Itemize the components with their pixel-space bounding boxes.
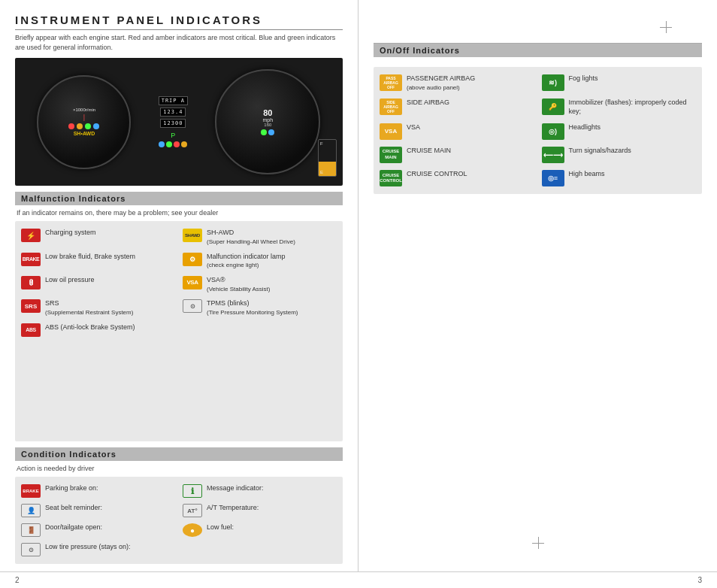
cruise-main-icon: CRUISE MAIN bbox=[380, 147, 402, 163]
cruise-control-icon: CRUISE CONTROL bbox=[380, 170, 402, 186]
message-label: Message indicator: bbox=[207, 484, 264, 493]
onoff-cruise-control: CRUISE CONTROL CRUISE CONTROL bbox=[380, 168, 534, 188]
condition-grid: BRAKE Parking brake on: ℹ Message indica… bbox=[21, 483, 337, 558]
malfunction-panel: ⚡ Charging system SHAWD SH-AWD(Super Han… bbox=[15, 221, 343, 441]
side-airbag-icon: SIDE AIRBAG OFF bbox=[380, 99, 402, 115]
icon4 bbox=[181, 141, 187, 147]
condition-message: ℹ Message indicator: bbox=[183, 483, 337, 499]
red-indicator-dot bbox=[68, 123, 74, 129]
right-bottom-space bbox=[374, 194, 702, 564]
malfunction-grid: ⚡ Charging system SHAWD SH-AWD(Super Han… bbox=[21, 227, 337, 338]
icon3 bbox=[174, 141, 180, 147]
headlights-label: Headlights bbox=[569, 123, 601, 132]
fuel-f: F bbox=[320, 141, 323, 146]
cruise-main-label: CRUISE MAIN bbox=[407, 147, 451, 156]
header-line-right bbox=[374, 43, 702, 44]
condition-seatbelt: 👤 Seat belt reminder: bbox=[21, 502, 175, 519]
charging-label: Charging system bbox=[45, 229, 96, 238]
onoff-header: On/Off Indicators bbox=[374, 44, 702, 57]
condition-subtext: Action is needed by driver bbox=[15, 465, 343, 472]
side-airbag-label: SIDE AIRBAG bbox=[407, 99, 449, 108]
passenger-airbag-icon: PASS AIRBAG OFF bbox=[380, 74, 402, 91]
onoff-highbeam: ◎≡ High beams bbox=[542, 168, 697, 188]
abs-icon: ABS bbox=[21, 323, 41, 337]
green-indicator-dot bbox=[85, 123, 91, 129]
crosshair-top-right bbox=[660, 21, 672, 33]
blue-indicator-dot bbox=[93, 123, 99, 129]
odometer-value: 123.4 bbox=[160, 108, 186, 117]
oil-icon: 🛢 bbox=[21, 276, 41, 289]
engine-label: Malfunction indicator lamp(check engine … bbox=[207, 253, 286, 270]
condition-header: Condition Indicators bbox=[15, 447, 343, 461]
lowtire-icon: ⊙ bbox=[21, 543, 41, 556]
tpms-label: TPMS (blinks)(Tire Pressure Monitoring S… bbox=[207, 299, 298, 317]
onoff-turn: ⟵⟶ Turn signals/hazards bbox=[542, 145, 697, 165]
indicator-abs: ABS ABS (Anti-lock Brake System) bbox=[21, 322, 175, 338]
page-right: On/Off Indicators PASS AIRBAG OFF PASSEN… bbox=[358, 0, 717, 571]
speed-icon1 bbox=[261, 129, 267, 135]
turn-label: Turn signals/hazards bbox=[569, 147, 631, 156]
condition-lowfuel: ● Low fuel: bbox=[183, 522, 337, 538]
onoff-headlights: ◎) Headlights bbox=[542, 122, 697, 141]
onoff-grid: PASS AIRBAG OFF PASSENGER AIRBAG(above a… bbox=[380, 73, 696, 188]
tpms-icon: ⊙ bbox=[183, 299, 202, 313]
page-number-left: 2 bbox=[15, 576, 20, 584]
indicator-vsa: VSA VSA®(Vehicle Stability Assist) bbox=[183, 274, 337, 295]
onoff-immobilizer: 🔑 Immobilizer (flashes): improperly code… bbox=[542, 97, 697, 117]
fog-icon: ≋) bbox=[542, 74, 564, 91]
door-icon: 🚪 bbox=[21, 523, 41, 537]
indicator-srs: SRS SRS(Supplemental Restraint System) bbox=[21, 298, 175, 318]
brake-icon: BRAKE bbox=[21, 253, 41, 266]
page-container: INSTRUMENT PANEL INDICATORS Briefly appe… bbox=[0, 0, 717, 588]
tach-label: ×1000r/min bbox=[68, 108, 99, 112]
srs-icon: SRS bbox=[21, 299, 41, 313]
page-left: INSTRUMENT PANEL INDICATORS Briefly appe… bbox=[0, 0, 358, 571]
seatbelt-icon: 👤 bbox=[21, 504, 41, 517]
oil-label: Low oil pressure bbox=[45, 276, 95, 285]
parking-label: Parking brake on: bbox=[45, 484, 98, 493]
indicator-tpms: ⊙ TPMS (blinks)(Tire Pressure Monitoring… bbox=[183, 298, 337, 318]
shawd-label: SH•AWD bbox=[68, 131, 99, 136]
dashboard-image: ×1000r/min | SH•AWD bbox=[15, 58, 343, 186]
middle-icons bbox=[159, 141, 187, 147]
passenger-airbag-label: PASSENGER AIRBAG(above audio panel) bbox=[407, 74, 475, 92]
speedometer-gauge: 80 mph 160 bbox=[215, 69, 320, 174]
indicator-charging: ⚡ Charging system bbox=[21, 227, 175, 247]
dash-left-side: ×1000r/min | SH•AWD bbox=[15, 58, 153, 186]
headlights-icon: ◎) bbox=[542, 123, 564, 140]
vsa-onoff-icon: VSA bbox=[380, 123, 402, 140]
cruise-control-label: CRUISE CONTROL bbox=[407, 170, 467, 179]
immobilizer-label: Immobilizer (flashes): improperly coded … bbox=[569, 99, 697, 116]
indicator-engine: ⚙ Malfunction indicator lamp(check engin… bbox=[183, 251, 337, 271]
needle-indicator: | bbox=[68, 114, 99, 121]
condition-at-temp: AT° A/T Temperature: bbox=[183, 502, 337, 519]
right-header-space bbox=[374, 14, 702, 44]
onoff-fog: ≋) Fog lights bbox=[542, 73, 697, 93]
condition-door: 🚪 Door/tailgate open: bbox=[21, 522, 175, 538]
odometer-total: 12300 bbox=[160, 119, 186, 128]
malfunction-subtext: If an indicator remains on, there may be… bbox=[15, 209, 343, 217]
onoff-side-airbag: SIDE AIRBAG OFF SIDE AIRBAG bbox=[380, 97, 534, 117]
pages-row: INSTRUMENT PANEL INDICATORS Briefly appe… bbox=[0, 0, 717, 571]
highbeam-label: High beams bbox=[569, 170, 605, 179]
lowfuel-icon: ● bbox=[183, 523, 202, 537]
vsa-label: VSA®(Vehicle Stability Assist) bbox=[207, 276, 270, 293]
onoff-panel: PASS AIRBAG OFF PASSENGER AIRBAG(above a… bbox=[374, 67, 702, 194]
fuel-indicator: F E bbox=[318, 139, 337, 177]
turn-icon: ⟵⟶ bbox=[542, 147, 564, 163]
lowtire-label: Low tire pressure (stays on): bbox=[45, 543, 131, 552]
condition-panel: BRAKE Parking brake on: ℹ Message indica… bbox=[15, 477, 343, 564]
page-subtitle: Briefly appear with each engine start. R… bbox=[15, 33, 343, 52]
middle-panel: TRIP A 123.4 12300 P bbox=[153, 96, 193, 147]
fuel-e: E bbox=[320, 170, 323, 174]
onoff-cruise-main: CRUISE MAIN CRUISE MAIN bbox=[380, 145, 534, 165]
at-temp-icon: AT° bbox=[183, 504, 202, 517]
shawd-label: SH-AWD(Super Handling-All Wheel Drive) bbox=[207, 229, 295, 246]
charging-icon: ⚡ bbox=[21, 229, 41, 242]
onoff-passenger-airbag: PASS AIRBAG OFF PASSENGER AIRBAG(above a… bbox=[380, 73, 534, 93]
parking-icon: BRAKE bbox=[21, 484, 41, 498]
fog-label: Fog lights bbox=[569, 74, 598, 83]
icon1 bbox=[159, 141, 165, 147]
speed-max: 160 bbox=[261, 123, 274, 127]
page-number-row: 2 3 bbox=[0, 571, 717, 588]
